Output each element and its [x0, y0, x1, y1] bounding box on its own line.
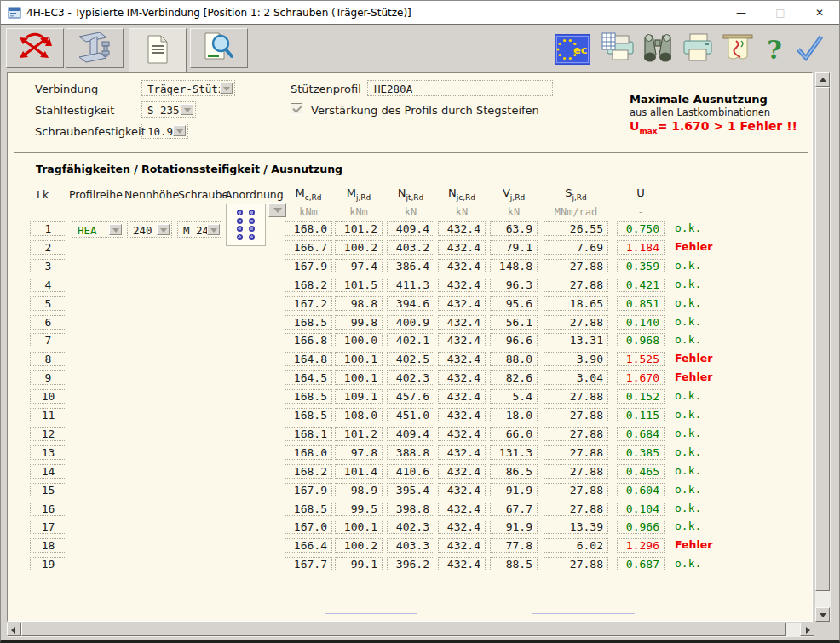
value-cell: 66.0 [490, 427, 538, 441]
lk-cell: 19 [30, 557, 66, 571]
status-cell: o.k. [675, 333, 701, 347]
value-cell: 166.8 [285, 333, 332, 347]
value-cell: 79.1 [490, 240, 538, 255]
lk-cell: 13 [30, 445, 66, 460]
status-cell: o.k. [675, 464, 701, 479]
bolt-arrangement-widget[interactable] [226, 204, 266, 246]
arrangement-chevron-down-icon[interactable] [268, 203, 286, 217]
print-button[interactable] [680, 32, 716, 67]
value-cell: 432.4 [438, 296, 486, 311]
value-cell: 27.88 [544, 315, 608, 330]
notes-button[interactable] [720, 32, 756, 67]
value-cell: 400.9 [387, 315, 434, 330]
lk-cell: 14 [30, 464, 66, 479]
value-cell: 82.6 [490, 370, 538, 385]
vertical-scroll-thumb[interactable] [815, 87, 830, 591]
value-cell: 432.4 [438, 259, 486, 273]
value-cell: 100.1 [335, 520, 383, 534]
u-cell: 1.184 [617, 240, 665, 255]
verbindung-value: Träger-Stütze [147, 83, 231, 95]
schraube-value: M 24 [183, 224, 209, 237]
vertical-scrollbar[interactable] [815, 72, 831, 622]
status-cell: o.k. [675, 315, 701, 330]
loads-button[interactable] [6, 28, 64, 68]
stahlfestigkeit-dropdown[interactable]: S 235 [141, 101, 196, 118]
value-cell: 101.2 [335, 221, 383, 236]
value-cell: 432.4 [438, 408, 486, 422]
stuetzenprofil-field[interactable]: HE280A [367, 80, 553, 96]
value-cell: 99.8 [335, 315, 383, 330]
column-header: Mj,Rd [347, 187, 371, 202]
column-unit: kN [456, 206, 468, 218]
value-cell: 167.2 [285, 296, 332, 311]
scroll-left-button[interactable] [7, 623, 21, 636]
ec-text: ec [573, 43, 588, 56]
search-button[interactable] [640, 32, 676, 67]
nennhoehe-header: Nennhöhe [124, 188, 179, 201]
results-tab[interactable] [129, 28, 187, 72]
scroll-down-button[interactable] [815, 607, 830, 622]
profile-button[interactable] [66, 28, 124, 68]
value-cell: 432.4 [438, 221, 486, 236]
value-cell: 101.2 [335, 427, 383, 441]
lk-cell: 5 [30, 296, 66, 311]
scroll-right-button[interactable] [800, 623, 814, 636]
schraubenfestigkeit-label: Schraubenfestigkeit [35, 125, 146, 138]
horizontal-scroll-thumb[interactable] [21, 623, 786, 636]
divider [14, 152, 808, 153]
chevron-down-icon[interactable] [207, 224, 220, 235]
u-cell: 0.359 [617, 259, 665, 273]
chevron-down-icon[interactable] [181, 104, 193, 115]
chevron-down-icon[interactable] [173, 125, 186, 136]
value-cell: 457.6 [387, 389, 434, 404]
value-cell: 18.0 [490, 408, 538, 422]
value-cell: 96.6 [490, 333, 538, 347]
chevron-down-icon[interactable] [220, 83, 233, 94]
profilreihe-value: HEA [78, 224, 97, 237]
schraubenfestigkeit-dropdown[interactable]: 10.9 [141, 123, 188, 139]
close-button[interactable]: ✕ [800, 1, 839, 24]
value-cell: 26.55 [544, 221, 608, 236]
value-cell: 88.5 [490, 557, 538, 571]
nennhoehe-dropdown[interactable]: 240 [127, 221, 172, 238]
lk-cell: 17 [30, 520, 66, 534]
lk-cell: 3 [30, 259, 66, 273]
bolt-icon [249, 210, 255, 215]
load-arrows-icon [16, 31, 54, 66]
value-cell: 56.1 [490, 315, 538, 330]
print-table-button[interactable] [601, 32, 636, 67]
help-button[interactable]: ? [761, 32, 788, 67]
u-cell: 0.421 [617, 278, 665, 292]
chevron-down-icon[interactable] [109, 224, 122, 235]
verstaerkung-label: Verstärkung des Profils durch Stegsteife… [311, 104, 539, 117]
verstaerkung-checkbox[interactable] [291, 103, 302, 115]
scroll-up-button[interactable] [815, 72, 830, 87]
schraube-dropdown[interactable]: M 24 [177, 221, 222, 238]
titlebar: 4H-EC3 - Typisierte IM-Verbindung [Posit… [1, 1, 839, 25]
u-cell: 0.687 [617, 557, 665, 571]
verbindung-dropdown[interactable]: Träger-Stütze [141, 80, 235, 96]
value-cell: 98.8 [335, 296, 383, 311]
value-cell: 88.0 [490, 352, 538, 366]
stahlfestigkeit-value: S 235 [147, 104, 180, 117]
value-cell: 403.3 [387, 538, 434, 553]
preview-button[interactable] [190, 28, 248, 68]
value-cell: 168.5 [285, 502, 332, 516]
minimize-button[interactable]: — [722, 1, 761, 24]
value-cell: 402.1 [387, 333, 434, 347]
lk-cell: 18 [30, 538, 66, 553]
value-cell: 386.4 [387, 259, 434, 273]
value-cell: 168.5 [285, 389, 332, 404]
value-cell: 432.4 [438, 427, 486, 441]
horizontal-scrollbar[interactable] [7, 623, 814, 637]
column-unit: - [637, 206, 643, 218]
eurocode-button[interactable]: ec [555, 32, 590, 67]
status-cell: o.k. [675, 445, 701, 460]
chevron-down-icon[interactable] [157, 224, 170, 235]
value-cell: 95.6 [490, 296, 538, 311]
help-question-icon: ? [767, 35, 782, 65]
value-cell: 27.88 [544, 483, 608, 497]
confirm-button[interactable] [791, 32, 827, 67]
profilreihe-dropdown[interactable]: HEA [72, 221, 124, 238]
value-cell: 101.4 [335, 464, 383, 479]
